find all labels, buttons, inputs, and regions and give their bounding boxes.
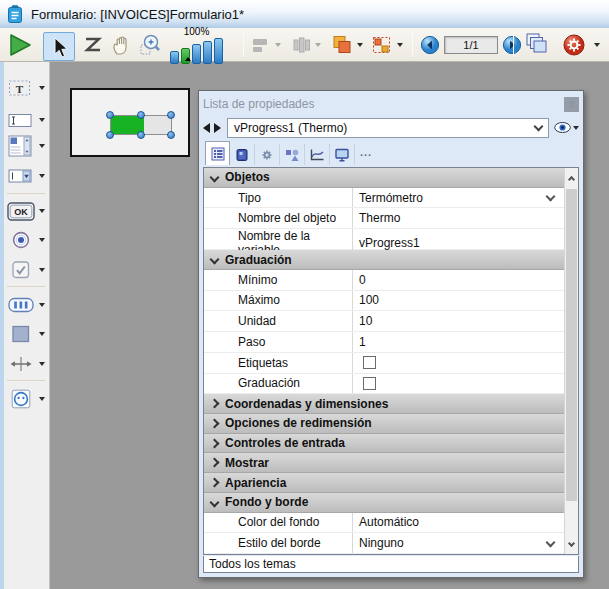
input-tool-icon [6, 111, 36, 129]
toolbox-combobox-tool[interactable] [6, 164, 50, 188]
tab-all-properties[interactable] [205, 141, 230, 165]
tab-more[interactable]: ... [355, 144, 377, 165]
layer-order-button[interactable] [330, 34, 354, 56]
section-header-coordenadas[interactable]: Coordenadas y dimensiones [204, 394, 564, 414]
distribute-dropdown-arrow[interactable] [315, 43, 321, 47]
property-value-dropdown[interactable]: Termómetro [353, 188, 564, 208]
selection-handle-bottom-left[interactable] [106, 131, 114, 139]
property-row-paso: Paso 1 [204, 332, 564, 353]
run-form-button[interactable] [6, 32, 34, 58]
property-value-field[interactable]: Automático [353, 513, 564, 533]
tab-display[interactable] [330, 144, 355, 165]
distribute-button[interactable] [290, 35, 312, 55]
section-header-objetos[interactable]: Objetos [204, 168, 564, 188]
radio-tool-icon [6, 230, 36, 250]
text-tool-dropdown-arrow[interactable] [39, 86, 45, 90]
group-button[interactable] [370, 34, 394, 56]
property-value-field[interactable]: 100 [353, 291, 564, 311]
input-tool-dropdown-arrow[interactable] [39, 118, 45, 122]
settings-button[interactable] [562, 33, 586, 57]
selection-handle-top-left[interactable] [106, 111, 114, 119]
toolbox-buttongrid-tool[interactable] [6, 293, 50, 317]
group-dropdown-arrow[interactable] [397, 43, 403, 47]
section-header-mostrar[interactable]: Mostrar [204, 453, 564, 473]
listbox-tool-dropdown-arrow[interactable] [39, 144, 45, 148]
view-options-button[interactable] [553, 122, 579, 133]
entry-order-tool-button[interactable] [82, 34, 104, 56]
graduacion-checkbox[interactable] [363, 377, 376, 390]
toolbox-radio-tool[interactable] [6, 228, 50, 252]
etiquetas-checkbox[interactable] [363, 356, 376, 369]
section-header-redimension[interactable]: Opciones de redimensión [204, 414, 564, 434]
property-tabs: ... [203, 141, 579, 165]
previous-object-button[interactable] [203, 123, 210, 133]
chevron-right-icon [210, 418, 220, 428]
toolbox-button-tool[interactable]: OK [6, 199, 50, 223]
scroll-down-button[interactable] [565, 537, 578, 552]
section-header-controles[interactable]: Controles de entrada [204, 434, 564, 454]
form-windows-button[interactable] [522, 32, 550, 58]
selection-handle-bottom-middle[interactable] [137, 131, 145, 139]
zoom-100-bar[interactable] [181, 48, 190, 64]
section-header-fondo-borde[interactable]: Fondo y borde [204, 493, 564, 513]
zoom-tool-button[interactable] [138, 33, 164, 57]
scroll-up-button[interactable] [565, 170, 578, 185]
combobox-tool-dropdown-arrow[interactable] [39, 174, 45, 178]
align-dropdown-arrow[interactable] [275, 43, 281, 47]
toolbox-rectangle-tool[interactable] [6, 322, 50, 346]
property-value-field[interactable]: Thermo [353, 208, 564, 228]
button-tool-dropdown-arrow[interactable] [39, 209, 45, 213]
property-value-field[interactable]: 0 [353, 270, 564, 290]
plugin-tool-dropdown-arrow[interactable] [39, 397, 45, 401]
page-indicator: 1/1 [444, 36, 498, 54]
tab-actions[interactable] [255, 144, 280, 165]
toolbox-input-tool[interactable] [6, 108, 50, 132]
next-object-button[interactable] [214, 123, 221, 133]
chevron-down-icon [534, 121, 544, 131]
zoom-800-bar[interactable] [214, 38, 223, 64]
property-grid-scrollbar[interactable] [564, 168, 578, 554]
scrollbar-thumb[interactable] [566, 189, 577, 501]
splitter-tool-dropdown-arrow[interactable] [39, 362, 45, 366]
layer-order-dropdown-arrow[interactable] [357, 43, 363, 47]
splitter-tool-icon [6, 355, 36, 373]
toolbar-separator [513, 32, 514, 57]
pan-tool-button[interactable] [110, 33, 134, 57]
selection-handle-top-right[interactable] [167, 111, 175, 119]
property-value-dropdown[interactable]: Ninguno [353, 533, 564, 553]
toolbox-checkbox-tool[interactable] [6, 258, 50, 282]
tab-events[interactable] [305, 144, 330, 165]
selection-handle-top-middle[interactable] [137, 111, 145, 119]
tab-picture[interactable] [230, 144, 255, 165]
section-header-apariencia[interactable]: Apariencia [204, 473, 564, 493]
buttongrid-tool-dropdown-arrow[interactable] [39, 303, 45, 307]
rectangle-tool-dropdown-arrow[interactable] [39, 332, 45, 336]
checkbox-tool-dropdown-arrow[interactable] [39, 268, 45, 272]
selection-handle-bottom-right[interactable] [167, 131, 175, 139]
zoom-level-widget[interactable]: 100% [170, 27, 223, 64]
zoom-200-bar[interactable] [192, 44, 201, 64]
marquee-group-icon [370, 34, 394, 56]
property-value-field[interactable]: vProgress1 [353, 229, 564, 257]
property-value-field[interactable]: 10 [353, 311, 564, 331]
align-button[interactable] [250, 35, 272, 55]
object-selector-value: vProgress1 (Thermo) [234, 121, 347, 135]
settings-dropdown-arrow[interactable] [594, 43, 600, 47]
toolbox-splitter-tool[interactable] [6, 352, 50, 376]
radio-tool-dropdown-arrow[interactable] [39, 238, 45, 242]
object-selector-dropdown[interactable]: vProgress1 (Thermo) [227, 118, 549, 138]
panel-close-button[interactable]: x [564, 97, 579, 112]
toolbox-listbox-tool[interactable] [6, 134, 50, 158]
tab-objects-shapes[interactable] [280, 144, 305, 165]
toolbox-text-tool[interactable]: T [6, 76, 50, 100]
next-page-button[interactable] [502, 35, 522, 55]
property-value-field[interactable]: 1 [353, 332, 564, 352]
zoom-50-bar[interactable] [170, 51, 179, 64]
ellipsis-icon: ... [360, 146, 372, 158]
toolbox-plugin-tool[interactable] [6, 387, 50, 411]
panel-titlebar[interactable]: Lista de propiedades x [203, 94, 579, 114]
previous-page-button[interactable] [420, 35, 440, 55]
zoom-400-bar[interactable] [203, 41, 212, 64]
property-row-maximo: Máximo 100 [204, 291, 564, 312]
select-tool-button[interactable] [43, 32, 75, 61]
